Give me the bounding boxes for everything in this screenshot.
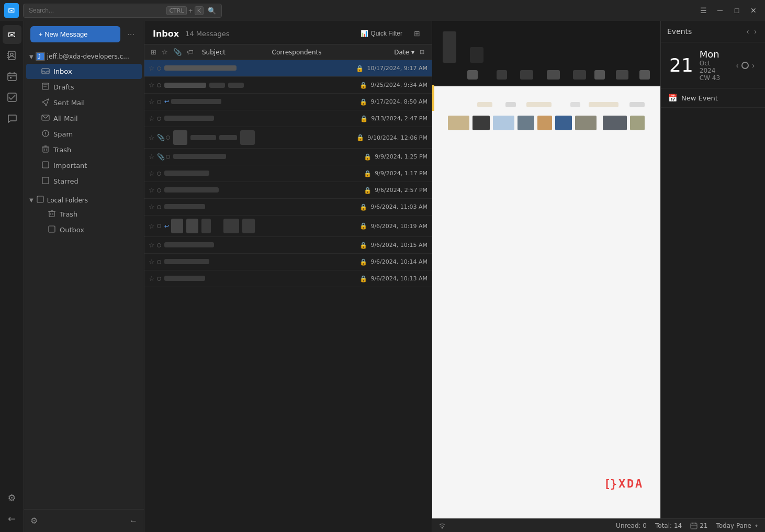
star-icon[interactable]: ☆ — [149, 203, 155, 211]
events-next-button[interactable]: › — [752, 26, 759, 37]
cal-today-button[interactable] — [741, 62, 749, 69]
privacy-icon: 🔒 — [359, 203, 367, 211]
read-indicator — [157, 188, 161, 193]
sidebar-bottom: ⚙ ← — [24, 509, 144, 532]
app-icon: ✉ — [4, 3, 19, 18]
folder-outbox[interactable]: Outbox — [26, 222, 142, 237]
email-list-header: Inbox 14 Messages 📊 Quick Filter ⊞ — [144, 21, 432, 44]
star-icon[interactable]: ☆ — [149, 169, 155, 177]
cal-prev-button[interactable]: ‹ — [734, 60, 741, 71]
svg-point-20 — [45, 134, 46, 135]
thread-button[interactable]: ⊞ — [149, 47, 159, 57]
star-icon[interactable]: ☆ — [149, 258, 155, 266]
sidebar-header: + New Message ··· — [24, 21, 144, 48]
close-button[interactable]: ✕ — [746, 3, 761, 18]
star-icon[interactable]: ☆ — [149, 153, 155, 161]
folder-important-label: Important — [53, 162, 87, 169]
col-action-buttons: ⊞ ☆ 📎 🏷 — [149, 47, 196, 57]
email-row[interactable]: ☆ 📎 🔒 9/9/2024, 1:25 PM — [144, 149, 432, 165]
email-row[interactable]: ☆ 🔒 9/6/2024, 2:57 PM — [144, 182, 432, 199]
email-date: 9/6/2024, 10:15 AM — [370, 242, 428, 248]
menu-button[interactable]: ☰ — [696, 3, 711, 18]
attach-header-button[interactable]: 📎 — [171, 47, 184, 57]
new-event-row[interactable]: 📅 New Event — [661, 88, 765, 108]
email-date: 10/17/2024, 9:17 AM — [367, 65, 428, 72]
inbox-icon — [41, 66, 50, 76]
calendar-month-cw: Oct 2024 CW 43 — [700, 60, 728, 82]
folder-starred[interactable]: Starred — [26, 174, 142, 189]
folder-local-trash[interactable]: Trash — [26, 207, 142, 222]
privacy-icon: 🔒 — [359, 98, 367, 106]
email-row[interactable]: ☆ 🔒 10/17/2024, 9:17 AM — [144, 60, 432, 77]
activity-tasks[interactable] — [3, 88, 21, 107]
privacy-icon: 🔒 — [364, 170, 372, 177]
settings-button[interactable]: ⚙ — [28, 514, 40, 528]
search-bar[interactable]: CTRL + K 🔍 — [23, 4, 222, 18]
today-pane-toggle[interactable]: Today Pane — [716, 522, 759, 529]
star-icon[interactable]: ☆ — [149, 186, 155, 194]
local-folders-header[interactable]: ▼ Local Folders — [24, 192, 144, 206]
star-header-button[interactable]: ☆ — [160, 47, 170, 57]
star-icon[interactable]: ☆ — [149, 222, 155, 230]
star-icon[interactable]: ☆ — [149, 115, 155, 122]
minimize-button[interactable]: ─ — [713, 3, 727, 18]
status-bar: Unread: 0 Total: 14 21 Today Pane — [432, 518, 765, 532]
folder-sent[interactable]: Sent Mail — [26, 95, 142, 110]
activity-mail[interactable]: ✉ — [3, 25, 21, 44]
account-header-jeff[interactable]: ▼ J jeff.b@xda-developers.c... — [24, 50, 144, 63]
layout-toggle-button[interactable]: ⊞ — [411, 27, 423, 40]
email-row[interactable]: ☆ ↩ 🔒 9/17/2024, 8:50 AM — [144, 94, 432, 110]
wifi-indicator — [438, 522, 446, 529]
events-prev-button[interactable]: ‹ — [745, 26, 751, 37]
star-icon[interactable]: ☆ — [149, 64, 155, 72]
star-icon[interactable]: ☆ — [149, 134, 155, 142]
folder-inbox[interactable]: Inbox — [26, 64, 142, 79]
email-row[interactable]: ☆ 📎 🔒 9/10/2024, 12:06 PM — [144, 127, 432, 149]
read-indicator — [157, 117, 161, 121]
tag-header-button[interactable]: 🏷 — [185, 47, 196, 57]
activity-chat[interactable] — [3, 109, 21, 128]
maximize-button[interactable]: □ — [729, 3, 744, 18]
star-icon[interactable]: ☆ — [149, 98, 155, 106]
date-area: 🔒 9/6/2024, 2:57 PM — [339, 187, 428, 194]
email-row[interactable]: ☆ ↩ 🔒 9/6/2024, 10:19 AM — [144, 216, 432, 237]
search-input[interactable] — [29, 7, 162, 14]
folder-important[interactable]: Important — [26, 158, 142, 173]
svg-text:J: J — [38, 54, 41, 60]
star-icon[interactable]: ☆ — [149, 275, 155, 282]
date-area: 🔒 9/25/2024, 9:34 AM — [339, 82, 428, 89]
svg-rect-41 — [691, 523, 697, 529]
email-row[interactable]: ☆ 🔒 9/25/2024, 9:34 AM — [144, 77, 432, 94]
more-options-button[interactable]: ··· — [125, 28, 138, 41]
folder-drafts[interactable]: Drafts — [26, 80, 142, 95]
col-date-header[interactable]: Date ▾ ⊞ — [339, 47, 428, 58]
email-row[interactable]: ☆ 🔒 9/13/2024, 2:47 PM — [144, 110, 432, 127]
activity-calendar[interactable] — [3, 67, 21, 86]
email-date: 9/6/2024, 10:13 AM — [370, 275, 428, 282]
folder-spam[interactable]: Spam — [26, 127, 142, 142]
activity-address-book[interactable] — [3, 46, 21, 65]
read-indicator — [157, 224, 161, 228]
email-row[interactable]: ☆ 🔒 9/9/2024, 1:17 PM — [144, 165, 432, 182]
title-bar: ✉ CTRL + K 🔍 ☰ ─ □ ✕ — [0, 0, 765, 21]
email-row[interactable]: ☆ 🔒 9/6/2024, 10:13 AM — [144, 270, 432, 287]
email-row[interactable]: ☆ 🔒 9/6/2024, 10:14 AM — [144, 254, 432, 270]
star-icon[interactable]: ☆ — [149, 241, 155, 249]
privacy-icon: 🔒 — [359, 258, 367, 266]
email-row[interactable]: ☆ 🔒 9/6/2024, 11:03 AM — [144, 199, 432, 216]
sidebar-collapse-button[interactable]: ← — [127, 514, 140, 528]
date-group-button[interactable]: ⊞ — [417, 47, 428, 58]
message-count: 14 Messages — [185, 30, 229, 38]
date-area: 🔒 9/17/2024, 8:50 AM — [339, 98, 428, 106]
email-row[interactable]: ☆ 🔒 9/6/2024, 10:15 AM — [144, 237, 432, 254]
activity-collapse[interactable]: ← — [3, 509, 21, 528]
cal-next-button[interactable]: › — [750, 60, 757, 71]
email-rows: ☆ 🔒 10/17/2024, 9:17 AM ☆ — [144, 60, 432, 532]
quick-filter-button[interactable]: 📊 Quick Filter — [356, 28, 407, 39]
folder-trash[interactable]: Trash — [26, 142, 142, 157]
activity-settings[interactable]: ⚙ — [3, 488, 21, 507]
folder-allmail[interactable]: All Mail — [26, 111, 142, 126]
new-message-button[interactable]: + New Message — [30, 26, 120, 42]
star-icon[interactable]: ☆ — [149, 81, 155, 89]
important-icon — [41, 161, 50, 171]
